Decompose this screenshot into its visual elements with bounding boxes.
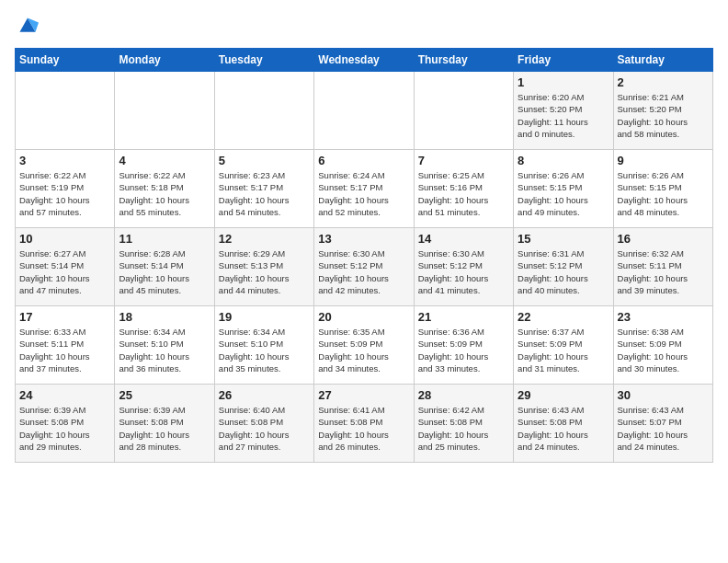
calendar-cell: 30Sunrise: 6:43 AMSunset: 5:07 PMDayligh… (613, 385, 712, 463)
calendar-cell: 17Sunrise: 6:33 AMSunset: 5:11 PMDayligh… (16, 306, 115, 385)
calendar-cell: 26Sunrise: 6:40 AMSunset: 5:08 PMDayligh… (214, 385, 313, 463)
day-info: Sunrise: 6:23 AMSunset: 5:17 PMDaylight:… (219, 169, 310, 218)
day-info: Sunrise: 6:35 AMSunset: 5:09 PMDaylight:… (318, 326, 409, 374)
calendar-cell: 14Sunrise: 6:30 AMSunset: 5:12 PMDayligh… (414, 228, 513, 306)
day-number: 30 (618, 388, 709, 402)
calendar-cell: 12Sunrise: 6:29 AMSunset: 5:13 PMDayligh… (214, 228, 313, 306)
day-number: 28 (418, 388, 509, 402)
calendar-cell: 22Sunrise: 6:37 AMSunset: 5:09 PMDayligh… (514, 306, 613, 385)
day-info: Sunrise: 6:34 AMSunset: 5:10 PMDaylight:… (119, 326, 210, 374)
calendar-cell: 11Sunrise: 6:28 AMSunset: 5:14 PMDayligh… (115, 228, 214, 306)
calendar-cell: 10Sunrise: 6:27 AMSunset: 5:14 PMDayligh… (16, 228, 115, 306)
calendar-cell (214, 72, 313, 150)
calendar-cell: 6Sunrise: 6:24 AMSunset: 5:17 PMDaylight… (314, 150, 414, 228)
calendar-cell: 21Sunrise: 6:36 AMSunset: 5:09 PMDayligh… (414, 306, 513, 385)
weekday-header-saturday: Saturday (613, 49, 712, 72)
day-number: 6 (318, 154, 409, 167)
day-number: 11 (119, 232, 210, 246)
day-info: Sunrise: 6:30 AMSunset: 5:12 PMDaylight:… (418, 247, 509, 296)
day-number: 14 (418, 232, 509, 246)
day-info: Sunrise: 6:30 AMSunset: 5:12 PMDaylight:… (318, 247, 409, 296)
day-info: Sunrise: 6:21 AMSunset: 5:20 PMDaylight:… (618, 91, 709, 140)
day-number: 2 (618, 75, 709, 89)
calendar-cell: 8Sunrise: 6:26 AMSunset: 5:15 PMDaylight… (514, 150, 613, 228)
day-number: 17 (19, 310, 110, 324)
day-info: Sunrise: 6:36 AMSunset: 5:09 PMDaylight:… (418, 326, 509, 374)
day-info: Sunrise: 6:26 AMSunset: 5:15 PMDaylight:… (618, 169, 709, 218)
calendar-cell: 2Sunrise: 6:21 AMSunset: 5:20 PMDaylight… (613, 72, 712, 150)
day-number: 22 (518, 310, 609, 324)
calendar-cell: 5Sunrise: 6:23 AMSunset: 5:17 PMDaylight… (214, 150, 313, 228)
day-info: Sunrise: 6:38 AMSunset: 5:09 PMDaylight:… (618, 326, 709, 374)
day-number: 3 (19, 154, 110, 167)
calendar-cell: 4Sunrise: 6:22 AMSunset: 5:18 PMDaylight… (115, 150, 214, 228)
day-info: Sunrise: 6:27 AMSunset: 5:14 PMDaylight:… (19, 247, 110, 296)
day-info: Sunrise: 6:29 AMSunset: 5:13 PMDaylight:… (219, 247, 310, 296)
weekday-header-tuesday: Tuesday (214, 49, 313, 72)
day-info: Sunrise: 6:22 AMSunset: 5:18 PMDaylight:… (119, 169, 210, 218)
calendar-cell (414, 72, 513, 150)
day-number: 27 (318, 388, 409, 402)
weekday-header-sunday: Sunday (16, 49, 115, 72)
day-info: Sunrise: 6:31 AMSunset: 5:12 PMDaylight:… (518, 247, 609, 296)
day-number: 13 (318, 232, 409, 246)
day-number: 29 (518, 388, 609, 402)
weekday-header-monday: Monday (115, 49, 214, 72)
day-info: Sunrise: 6:28 AMSunset: 5:14 PMDaylight:… (119, 247, 210, 296)
day-number: 18 (119, 310, 210, 324)
day-number: 16 (618, 232, 709, 246)
weekday-header-friday: Friday (514, 49, 613, 72)
calendar-cell: 20Sunrise: 6:35 AMSunset: 5:09 PMDayligh… (314, 306, 414, 385)
calendar-cell: 19Sunrise: 6:34 AMSunset: 5:10 PMDayligh… (214, 306, 313, 385)
calendar-cell: 7Sunrise: 6:25 AMSunset: 5:16 PMDaylight… (414, 150, 513, 228)
day-number: 4 (119, 154, 210, 167)
day-info: Sunrise: 6:43 AMSunset: 5:08 PMDaylight:… (518, 404, 609, 453)
day-info: Sunrise: 6:32 AMSunset: 5:11 PMDaylight:… (618, 247, 709, 296)
calendar-cell: 24Sunrise: 6:39 AMSunset: 5:08 PMDayligh… (16, 385, 115, 463)
day-info: Sunrise: 6:43 AMSunset: 5:07 PMDaylight:… (618, 404, 709, 453)
day-info: Sunrise: 6:34 AMSunset: 5:10 PMDaylight:… (219, 326, 310, 374)
day-number: 26 (219, 388, 310, 402)
day-number: 5 (219, 154, 310, 167)
calendar-cell (16, 72, 115, 150)
weekday-header-wednesday: Wednesday (314, 49, 414, 72)
day-number: 25 (119, 388, 210, 402)
day-info: Sunrise: 6:39 AMSunset: 5:08 PMDaylight:… (19, 404, 110, 453)
calendar-cell: 25Sunrise: 6:39 AMSunset: 5:08 PMDayligh… (115, 385, 214, 463)
page-header (15, 15, 713, 37)
calendar-cell: 28Sunrise: 6:42 AMSunset: 5:08 PMDayligh… (414, 385, 513, 463)
calendar-cell: 9Sunrise: 6:26 AMSunset: 5:15 PMDaylight… (613, 150, 712, 228)
day-number: 8 (518, 154, 609, 167)
day-number: 21 (418, 310, 509, 324)
calendar-cell: 27Sunrise: 6:41 AMSunset: 5:08 PMDayligh… (314, 385, 414, 463)
day-number: 20 (318, 310, 409, 324)
day-number: 24 (19, 388, 110, 402)
day-info: Sunrise: 6:25 AMSunset: 5:16 PMDaylight:… (418, 169, 509, 218)
calendar-cell: 23Sunrise: 6:38 AMSunset: 5:09 PMDayligh… (613, 306, 712, 385)
calendar-cell: 1Sunrise: 6:20 AMSunset: 5:20 PMDaylight… (514, 72, 613, 150)
day-info: Sunrise: 6:40 AMSunset: 5:08 PMDaylight:… (219, 404, 310, 453)
calendar-cell: 15Sunrise: 6:31 AMSunset: 5:12 PMDayligh… (514, 228, 613, 306)
logo-icon (17, 15, 39, 37)
day-info: Sunrise: 6:41 AMSunset: 5:08 PMDaylight:… (318, 404, 409, 453)
calendar-cell (314, 72, 414, 150)
day-number: 12 (219, 232, 310, 246)
day-info: Sunrise: 6:26 AMSunset: 5:15 PMDaylight:… (518, 169, 609, 218)
calendar-cell: 3Sunrise: 6:22 AMSunset: 5:19 PMDaylight… (16, 150, 115, 228)
day-info: Sunrise: 6:22 AMSunset: 5:19 PMDaylight:… (19, 169, 110, 218)
calendar-cell: 13Sunrise: 6:30 AMSunset: 5:12 PMDayligh… (314, 228, 414, 306)
calendar-cell: 29Sunrise: 6:43 AMSunset: 5:08 PMDayligh… (514, 385, 613, 463)
day-number: 23 (618, 310, 709, 324)
day-info: Sunrise: 6:42 AMSunset: 5:08 PMDaylight:… (418, 404, 509, 453)
day-number: 19 (219, 310, 310, 324)
weekday-header-thursday: Thursday (414, 49, 513, 72)
logo (15, 15, 39, 37)
calendar-cell: 16Sunrise: 6:32 AMSunset: 5:11 PMDayligh… (613, 228, 712, 306)
day-info: Sunrise: 6:33 AMSunset: 5:11 PMDaylight:… (19, 326, 110, 374)
day-number: 10 (19, 232, 110, 246)
day-number: 1 (518, 75, 609, 89)
day-info: Sunrise: 6:20 AMSunset: 5:20 PMDaylight:… (518, 91, 609, 140)
day-info: Sunrise: 6:24 AMSunset: 5:17 PMDaylight:… (318, 169, 409, 218)
day-number: 9 (618, 154, 709, 167)
day-info: Sunrise: 6:37 AMSunset: 5:09 PMDaylight:… (518, 326, 609, 374)
